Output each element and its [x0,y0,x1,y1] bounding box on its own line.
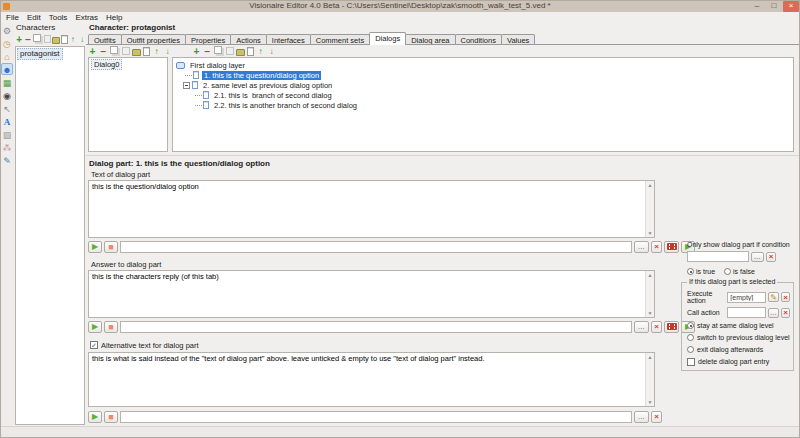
tree-row-2-1[interactable]: 2.1. this is branch of second dialog [195,90,793,100]
tree-label[interactable]: 2.1. this is branch of second dialog [212,91,334,100]
dialog-tree[interactable]: First dialog layer 1. this is the questi… [172,57,794,152]
add-dialog-part-button[interactable]: + [192,46,201,57]
move-up-button[interactable]: ↑ [69,34,77,45]
video-button[interactable] [664,241,679,253]
browse-button[interactable]: … [634,321,649,333]
tree-label-selected[interactable]: 1. this is the question/dialog option [202,71,321,80]
tab-actions[interactable]: Actions [230,34,267,45]
play-sound-button[interactable]: ▶ [88,411,102,423]
play-sound-button[interactable]: ▶ [88,321,102,333]
settings-icon[interactable]: ⚙ [1,24,13,36]
duplicate-icon[interactable] [33,34,40,42]
tree-label[interactable]: 2. same level as previous dialog option [201,81,334,90]
move-part-up-button[interactable]: ↑ [256,46,265,57]
alternative-text-checkbox[interactable]: ✓ [90,341,98,349]
character-list-item[interactable]: protagonist [17,48,63,60]
menu-file[interactable]: File [2,12,23,23]
items-icon[interactable]: ◉ [1,89,13,101]
tab-outfit-properties[interactable]: Outfit properties [121,34,186,45]
tab-conditions[interactable]: Conditions [455,34,502,45]
images-icon[interactable]: ▨ [1,128,13,140]
clone-icon[interactable] [122,47,130,55]
answer-input[interactable]: this is the characters reply (of this ta… [89,271,654,317]
tree-row-root[interactable]: First dialog layer [176,60,793,70]
scroll-up-icon[interactable]: ▲ [648,272,653,278]
play-sound-button[interactable]: ▶ [88,241,102,253]
cursors-icon[interactable]: ↖ [1,102,13,114]
delete-entry-option[interactable]: delete dialog part entry [687,357,790,366]
scrollbar[interactable]: ▲▼ [645,271,654,317]
sound-file-input[interactable] [120,321,632,333]
remove-character-button[interactable]: − [24,34,32,45]
sound-file-input[interactable] [120,241,632,253]
particles-icon[interactable]: ⁂ [1,141,13,153]
copy-icon[interactable] [132,49,141,56]
condition-clear-button[interactable]: × [766,252,776,262]
add-dialog-button[interactable]: + [88,46,97,57]
stop-sound-button[interactable]: ■ [104,241,118,253]
close-button[interactable]: × [783,1,799,12]
execute-action-input[interactable] [727,292,766,303]
titlebar[interactable]: Visionaire Editor 4.0 Beta - C:\Users\Se… [0,0,800,12]
interfaces-icon[interactable]: ▦ [1,76,13,88]
is-true-option[interactable]: is true [687,268,715,275]
tab-properties[interactable]: Properties [185,34,231,45]
scroll-down-icon[interactable]: ▼ [648,399,653,405]
tab-dialog-area[interactable]: Dialog area [405,34,455,45]
exit-dialog-option[interactable]: exit dialog afterwards [687,345,790,354]
clone-icon[interactable] [44,35,51,43]
browse-button[interactable]: … [634,411,649,423]
tab-outfits[interactable]: Outfits [88,34,122,45]
move-down-button[interactable]: ↓ [78,34,86,45]
stay-level-option[interactable]: stay at same dialog level [687,321,790,330]
tree-label[interactable]: First dialog layer [188,61,247,70]
delete-entry-checkbox[interactable] [687,358,695,366]
tab-dialogs[interactable]: Dialogs [369,32,406,45]
clear-button[interactable]: × [651,411,662,423]
stop-sound-button[interactable]: ■ [104,411,118,423]
tree-label[interactable]: 2.2. this is another branch of second di… [212,101,359,110]
clear-button[interactable]: × [651,321,662,333]
clone-icon[interactable] [226,47,234,55]
tree-row-1[interactable]: 1. this is the question/dialog option [185,70,793,80]
fonts-icon[interactable]: A [1,115,13,127]
switch-level-option[interactable]: switch to previous dialog level [687,333,790,342]
browse-button[interactable]: … [634,241,649,253]
copy-icon[interactable] [52,37,60,44]
stop-sound-button[interactable]: ■ [104,321,118,333]
radio-icon[interactable] [687,346,694,353]
remove-dialog-part-button[interactable]: − [203,46,212,57]
radio-icon[interactable] [724,268,731,275]
condition-input[interactable] [687,251,749,262]
execute-action-clear-button[interactable]: × [781,292,790,302]
cutscenes-icon[interactable]: ◷ [1,37,13,49]
video-button[interactable] [664,321,679,333]
duplicate-icon[interactable] [214,46,222,54]
dialog-list-item[interactable]: Dialog0 [91,59,122,70]
radio-icon[interactable] [687,268,694,275]
radio-icon[interactable] [687,322,694,329]
paste-icon[interactable] [247,47,254,56]
menu-edit[interactable]: Edit [23,12,45,23]
tab-interfaces[interactable]: Interfaces [266,34,311,45]
scroll-up-icon[interactable]: ▲ [648,182,653,188]
radio-icon[interactable] [687,334,694,341]
collapse-icon[interactable] [183,82,190,89]
tree-row-2-2[interactable]: 2.2. this is another branch of second di… [195,100,793,110]
menu-extras[interactable]: Extras [71,12,102,23]
characters-list[interactable]: protagonist [15,46,85,425]
tree-row-2[interactable]: 2. same level as previous dialog option [183,80,793,90]
sound-file-input[interactable] [120,411,632,423]
dialogs-list[interactable]: Dialog0 [88,57,168,152]
scrollbar[interactable]: ▲▼ [645,353,654,406]
scripts-icon[interactable]: ✎ [1,154,13,166]
scroll-down-icon[interactable]: ▼ [648,310,653,316]
call-action-clear-button[interactable]: × [781,308,790,318]
paste-icon[interactable] [143,47,150,56]
call-action-browse-button[interactable]: … [768,308,779,318]
scroll-down-icon[interactable]: ▼ [648,230,653,236]
edit-action-icon[interactable]: ✎ [768,292,779,302]
tab-comment-sets[interactable]: Comment sets [310,34,370,45]
menu-help[interactable]: Help [102,12,126,23]
clear-button[interactable]: × [651,241,662,253]
